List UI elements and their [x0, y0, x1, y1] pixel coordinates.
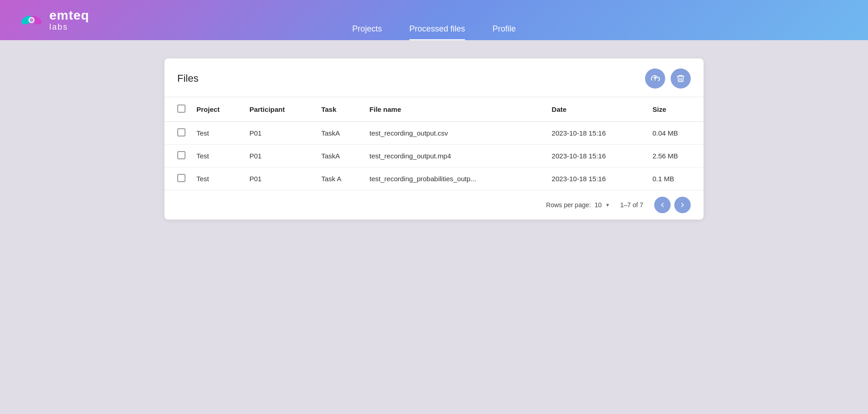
table-row: TestP01Task Atest_recording_probabilitie…	[164, 168, 704, 190]
row-participant: P01	[244, 122, 316, 145]
row-checkbox-cell	[164, 145, 191, 168]
main-content: Files	[0, 40, 868, 414]
rows-per-page-label: Rows per page:	[546, 201, 591, 209]
card-actions	[645, 68, 691, 89]
row-size: 2.56 MB	[647, 145, 704, 168]
upload-button[interactable]	[645, 68, 665, 89]
row-task: TaskA	[316, 122, 364, 145]
card-title: Files	[177, 73, 198, 84]
row-file_name: test_recording_probabilities_outp...	[364, 168, 546, 190]
nav-item-projects[interactable]: Projects	[352, 0, 382, 40]
rows-select-wrap: 10 25 50	[594, 201, 609, 209]
table-row: TestP01TaskAtest_recording_output.csv202…	[164, 122, 704, 145]
chevron-left-icon	[659, 201, 666, 209]
rows-per-page-select[interactable]: 10 25 50	[594, 201, 609, 209]
nav-item-processed-files[interactable]: Processed files	[409, 0, 465, 40]
header: emteq labs Projects Processed files Prof…	[0, 0, 868, 40]
row-checkbox-2[interactable]	[177, 174, 185, 182]
delete-button[interactable]	[671, 68, 691, 89]
logo-sub: labs	[49, 23, 89, 32]
logo-text: emteq labs	[49, 9, 89, 32]
row-task: Task A	[316, 168, 364, 190]
rows-per-page-control: Rows per page: 10 25 50	[546, 201, 609, 209]
svg-point-3	[30, 18, 33, 22]
table-wrap: Project Participant Task File name Date …	[164, 97, 704, 190]
prev-page-button[interactable]	[654, 197, 671, 213]
row-task: TaskA	[316, 145, 364, 168]
row-file_name: test_recording_output.mp4	[364, 145, 546, 168]
card-footer: Rows per page: 10 25 50 1–7 of 7	[164, 190, 704, 220]
select-all-checkbox[interactable]	[177, 105, 185, 113]
col-size: Size	[647, 97, 704, 122]
row-file_name: test_recording_output.csv	[364, 122, 546, 145]
row-checkbox-cell	[164, 168, 191, 190]
table-header-row: Project Participant Task File name Date …	[164, 97, 704, 122]
row-size: 0.1 MB	[647, 168, 704, 190]
row-size: 0.04 MB	[647, 122, 704, 145]
row-checkbox-0[interactable]	[177, 128, 185, 136]
main-nav: Projects Processed files Profile	[352, 0, 516, 40]
row-project: Test	[191, 122, 244, 145]
next-page-button[interactable]	[674, 197, 691, 213]
logo-brand: emteq	[49, 9, 89, 23]
col-participant: Participant	[244, 97, 316, 122]
chevron-right-icon	[679, 201, 686, 209]
row-date: 2023-10-18 15:16	[546, 145, 647, 168]
logo-area: emteq labs	[18, 7, 89, 33]
logo-icon	[18, 7, 45, 33]
upload-icon	[650, 73, 660, 84]
col-checkbox	[164, 97, 191, 122]
row-date: 2023-10-18 15:16	[546, 122, 647, 145]
col-filename: File name	[364, 97, 546, 122]
row-participant: P01	[244, 145, 316, 168]
pagination-buttons	[654, 197, 691, 213]
nav-item-profile[interactable]: Profile	[492, 0, 516, 40]
col-project: Project	[191, 97, 244, 122]
pagination-info: 1–7 of 7	[620, 201, 643, 209]
row-checkbox-1[interactable]	[177, 151, 185, 159]
row-date: 2023-10-18 15:16	[546, 168, 647, 190]
row-project: Test	[191, 145, 244, 168]
row-checkbox-cell	[164, 122, 191, 145]
trash-icon	[676, 74, 685, 83]
col-task: Task	[316, 97, 364, 122]
files-table: Project Participant Task File name Date …	[164, 97, 704, 190]
row-project: Test	[191, 168, 244, 190]
row-participant: P01	[244, 168, 316, 190]
table-row: TestP01TaskAtest_recording_output.mp4202…	[164, 145, 704, 168]
files-card: Files	[164, 58, 704, 220]
col-date: Date	[546, 97, 647, 122]
card-header: Files	[164, 58, 704, 97]
